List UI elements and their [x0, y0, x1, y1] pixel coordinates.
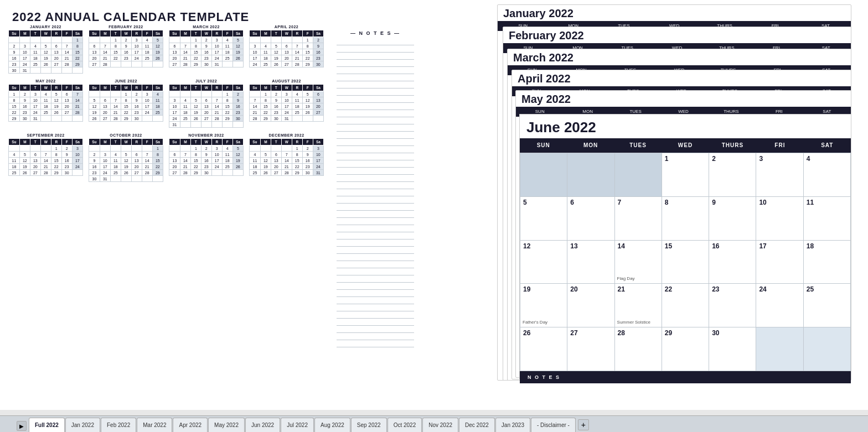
jan-h-m: M	[19, 30, 30, 37]
tab-mar-2022[interactable]: Mar 2022	[137, 418, 172, 432]
mini-cal-oct-title: OCTOBER 2022	[89, 133, 163, 137]
june-cell-6: 6	[567, 197, 614, 241]
mini-cal-nov-title: NOVEMBER 2022	[169, 133, 244, 137]
notes-line	[337, 326, 414, 333]
june-col-headers: SUN MON TUES WED THURS FRI SAT	[520, 138, 851, 153]
panel-stack: January 2022 SUN MON TUES WED THURS FRI …	[497, 4, 851, 392]
june-grid: 1 2 3 4 5 6 7 8 9 10 11 12 13 14Flag Day	[520, 153, 851, 371]
notes-line	[337, 311, 414, 319]
notes-line	[337, 290, 414, 297]
jan-h-su: Su	[9, 30, 20, 37]
june-cell-5: 5	[520, 197, 567, 241]
tab-nov-2022[interactable]: Nov 2022	[422, 418, 458, 432]
notes-line	[337, 211, 414, 218]
june-cell-22: 22	[662, 284, 709, 327]
tab-apr-2022[interactable]: Apr 2022	[173, 418, 208, 432]
june-cell	[520, 153, 567, 197]
notes-line	[337, 67, 414, 74]
notes-section: — N O T E S —	[337, 30, 414, 347]
notes-line	[337, 175, 414, 182]
notes-line	[337, 117, 414, 124]
june-cell-empty-1	[756, 327, 803, 371]
notes-line	[337, 261, 414, 268]
june-cell-21: 21Summer Solstice	[615, 284, 662, 327]
notes-line	[337, 182, 414, 189]
june-cell-25: 25	[804, 284, 851, 327]
june-cell-7: 7	[615, 197, 662, 241]
tab-jan-2023[interactable]: Jan 2023	[495, 418, 530, 432]
june-cell-23: 23	[709, 284, 756, 327]
notes-line	[337, 160, 414, 168]
mini-cal-apr-title: APRIL 2022	[249, 25, 324, 29]
jan-h-f: F	[61, 30, 72, 37]
fathers-day-event: Father's Day	[523, 320, 547, 325]
tab-dec-2022[interactable]: Dec 2022	[459, 418, 495, 432]
tab-feb-2022[interactable]: Feb 2022	[101, 418, 136, 432]
panel-june-full: June 2022 SUN MON TUES WED THURS FRI SAT…	[519, 114, 851, 379]
tab-sep-2022[interactable]: Sep 2022	[351, 418, 387, 432]
mini-cal-feb-title: FEBRUARY 2022	[89, 25, 163, 29]
june-cell-2: 2	[709, 153, 756, 197]
june-cell-8: 8	[662, 197, 709, 241]
jan-h-r: R	[51, 30, 61, 37]
panel-may-title: May 2022	[521, 93, 571, 105]
notes-line	[337, 60, 414, 67]
mini-cal-august: AUGUST 2022 SuMTWRFSa 123456 78910111213…	[249, 79, 324, 128]
tab-oct-2022[interactable]: Oct 2022	[388, 418, 422, 432]
notes-line	[337, 319, 414, 326]
june-cell-9: 9	[709, 197, 756, 241]
june-cell-11: 11	[804, 197, 851, 241]
mini-cal-row-2: MAY 2022 SuMTWRFSa 1234567 891011121314 …	[8, 79, 335, 128]
summer-solstice-event: Summer Solstice	[617, 320, 650, 325]
june-notes-bar: N O T E S	[520, 371, 851, 383]
flag-day-event: Flag Day	[617, 276, 635, 281]
june-cell-26: 26	[520, 327, 567, 371]
notes-line	[337, 225, 414, 232]
june-cell-10: 10	[756, 197, 803, 241]
notes-line	[337, 196, 414, 204]
notes-line	[337, 96, 414, 103]
jan-h-sa: Sa	[72, 30, 82, 37]
notes-line	[337, 297, 414, 304]
tab-may-2022[interactable]: May 2022	[208, 418, 245, 432]
notes-line	[337, 168, 414, 175]
mini-cal-dec-title: DECEMBER 2022	[249, 133, 324, 137]
june-cell-28: 28	[615, 327, 662, 371]
tab-full-2022[interactable]: Full 2022	[29, 418, 65, 432]
tab-jan-2022[interactable]: Jan 2022	[65, 418, 100, 432]
june-cell-1: 1	[662, 153, 709, 197]
tab-disclaimer[interactable]: - Disclaimer -	[531, 418, 576, 432]
notes-line	[337, 124, 414, 132]
mini-calendars-section: JANUARY 2022 Su M T W R F Sa 1 2345678 9…	[8, 25, 335, 188]
tab-bar: ▶ Full 2022 Jan 2022 Feb 2022 Mar 2022 A…	[0, 415, 868, 432]
mini-cal-jun-title: JUNE 2022	[89, 79, 163, 83]
june-col-thu: THURS	[709, 138, 756, 153]
mini-cal-jan-title: JANUARY 2022	[8, 25, 83, 29]
june-cell-17: 17	[756, 241, 803, 284]
june-col-wed: WED	[662, 138, 709, 153]
notes-line	[337, 189, 414, 196]
june-col-tue: TUES	[614, 138, 662, 153]
notes-line	[337, 139, 414, 146]
june-cell	[567, 153, 614, 197]
june-cell-14: 14Flag Day	[615, 241, 662, 284]
june-col-sun: SUN	[520, 138, 567, 153]
notes-title: — N O T E S —	[337, 30, 414, 36]
june-cell-empty-2	[804, 327, 851, 371]
tab-jul-2022[interactable]: Jul 2022	[281, 418, 314, 432]
mini-cal-row-1: JANUARY 2022 Su M T W R F Sa 1 2345678 9…	[8, 25, 335, 74]
mini-cal-september: SEPTEMBER 2022 SuMTWRFSa 123 45678910 11…	[8, 133, 83, 182]
notes-line	[337, 53, 414, 60]
notes-line	[337, 275, 414, 283]
june-col-fri: FRI	[756, 138, 803, 153]
june-cell-30: 30	[709, 327, 756, 371]
notes-line	[337, 283, 414, 290]
tab-jun-2022[interactable]: Jun 2022	[245, 418, 280, 432]
tab-aug-2022[interactable]: Aug 2022	[314, 418, 350, 432]
tab-scroll-left[interactable]: ▶	[17, 421, 27, 431]
notes-line	[337, 81, 414, 89]
tab-add-button[interactable]: +	[578, 419, 589, 430]
panel-mar-title: March 2022	[513, 51, 574, 64]
notes-line	[337, 304, 414, 311]
notes-line	[337, 146, 414, 153]
